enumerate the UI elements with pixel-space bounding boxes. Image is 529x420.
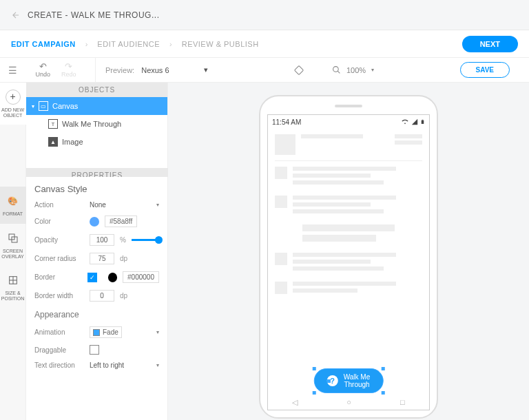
- opacity-input[interactable]: 100: [90, 234, 114, 246]
- color-hex-input[interactable]: #58a8ff: [105, 216, 137, 227]
- border-color-swatch[interactable]: [108, 273, 117, 282]
- question-icon: ?: [327, 375, 338, 386]
- plus-icon: +: [6, 90, 21, 105]
- chevron-right-icon: ›: [85, 40, 88, 48]
- rotate-icon[interactable]: [293, 65, 304, 76]
- menu-icon[interactable]: ☰: [0, 65, 25, 76]
- add-object-button[interactable]: + ADD NEW OBJECT: [0, 83, 26, 125]
- prop-action[interactable]: Action None ▾: [34, 201, 159, 209]
- size-position-tab[interactable]: SIZE & POSITION: [0, 266, 26, 308]
- zoom-value: 100%: [346, 66, 366, 74]
- redo-button: ↷Redo: [61, 62, 76, 78]
- image-icon: ▲: [48, 137, 58, 147]
- object-image[interactable]: ▲ Image: [26, 133, 167, 151]
- object-canvas[interactable]: ▾ ▭ Canvas: [26, 97, 167, 115]
- chevron-down-icon[interactable]: ▾: [371, 67, 374, 73]
- chevron-right-icon: ›: [169, 40, 172, 48]
- text-icon: T: [48, 119, 58, 129]
- props-title: Canvas Style: [34, 184, 159, 194]
- chevron-down-icon: ▾: [204, 65, 208, 74]
- chevron-down-icon: ▾: [156, 202, 159, 208]
- step-review-publish[interactable]: REVIEW & PUBLISH: [182, 40, 259, 48]
- border-checkbox[interactable]: [87, 273, 97, 282]
- color-swatch[interactable]: [90, 217, 99, 227]
- status-time: 11:54 AM: [272, 118, 301, 126]
- next-button[interactable]: NEXT: [462, 36, 518, 52]
- page-title: CREATE - WALK ME THROUG...: [28, 10, 159, 20]
- svg-rect-5: [422, 120, 424, 124]
- step-edit-audience[interactable]: EDIT AUDIENCE: [97, 40, 160, 48]
- animation-select[interactable]: Fade: [90, 326, 122, 338]
- zoom-icon[interactable]: [332, 65, 341, 74]
- format-tab[interactable]: 🎨 FORMAT: [0, 187, 26, 224]
- svg-point-1: [333, 67, 339, 72]
- appearance-header: Appearance: [34, 310, 159, 319]
- object-walk-me-through[interactable]: T Walk Me Through: [26, 115, 167, 133]
- caret-down-icon: ▾: [32, 103, 34, 109]
- screen-overlay-tab[interactable]: SCREEN OVERLAY: [0, 224, 26, 266]
- svg-rect-0: [294, 65, 303, 74]
- device-select[interactable]: Nexus 6▾: [141, 65, 207, 74]
- border-color-input[interactable]: #000000: [123, 271, 159, 283]
- opacity-slider[interactable]: [132, 239, 159, 241]
- palette-icon: 🎨: [6, 193, 21, 209]
- draggable-checkbox[interactable]: [90, 345, 99, 355]
- save-button[interactable]: SAVE: [460, 62, 510, 78]
- step-edit-campaign[interactable]: EDIT CAMPAIGN: [11, 40, 76, 48]
- device-frame: 11:54 AM ? Walk MeThrough: [259, 95, 438, 419]
- canvas-icon: ▭: [39, 101, 48, 111]
- border-width-input[interactable]: 0: [90, 290, 114, 302]
- chevron-down-icon: ▾: [156, 329, 159, 335]
- canvas-cta-button[interactable]: ? Walk MeThrough: [314, 368, 384, 393]
- canvas-area[interactable]: 11:54 AM ? Walk MeThrough: [168, 83, 529, 420]
- status-icons: [401, 118, 425, 125]
- android-navbar: ◁○□: [268, 396, 429, 408]
- corner-radius-input[interactable]: 75: [90, 253, 114, 264]
- overlay-icon: [6, 231, 21, 246]
- objects-header: OBJECTS: [26, 83, 167, 97]
- svg-rect-6: [422, 120, 424, 120]
- back-arrow[interactable]: [11, 10, 21, 20]
- size-icon: [6, 273, 21, 288]
- preview-label: Preview:: [105, 66, 134, 74]
- chevron-down-icon[interactable]: ▾: [156, 362, 159, 368]
- undo-button[interactable]: ↶Undo: [35, 62, 50, 78]
